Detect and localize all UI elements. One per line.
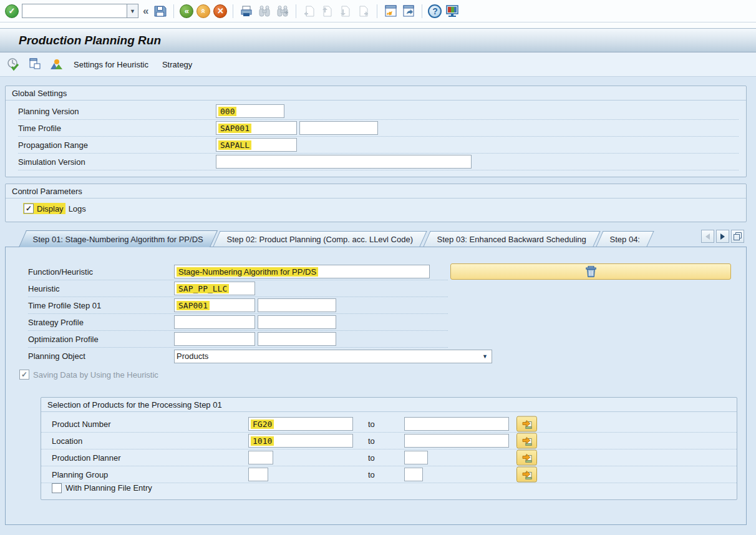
planning-object-label: Planning Object bbox=[28, 351, 174, 361]
simulation-version-label: Simulation Version bbox=[18, 157, 216, 167]
toolbar-separator bbox=[377, 4, 377, 18]
product-number-to-field[interactable] bbox=[404, 417, 509, 431]
planning-version-label: Planning Version bbox=[18, 107, 216, 116]
toolbar-gap bbox=[0, 22, 756, 28]
steps-tabstrip: Step 01: Stage-Numbering Algorithm for P… bbox=[5, 230, 747, 247]
saving-data-label: Saving Data by Using the Heuristic bbox=[33, 370, 158, 380]
optimization-profile-row: Optimization Profile bbox=[28, 331, 448, 348]
command-dropdown-icon[interactable]: ▼ bbox=[127, 4, 138, 18]
command-input[interactable] bbox=[22, 4, 127, 18]
application-toolbar: Settings for Heuristic Strategy bbox=[0, 52, 756, 77]
function-heuristic-label: Function/Heuristic bbox=[28, 267, 174, 277]
time-profile-description-field[interactable] bbox=[299, 121, 378, 135]
command-field: ▼ bbox=[22, 4, 138, 18]
selection-group: Selection of Products for the Processing… bbox=[41, 397, 737, 500]
location-row: Location 1010 to bbox=[41, 433, 737, 449]
location-to-field[interactable] bbox=[404, 434, 509, 448]
time-profile-row: Time Profile SAP001 bbox=[18, 120, 739, 137]
toolbar-separator bbox=[296, 4, 296, 18]
planning-group-from-field[interactable] bbox=[248, 468, 268, 481]
heuristic-row: Heuristic SAP_PP_LLC bbox=[28, 280, 448, 297]
planning-object-dropdown[interactable]: Products ▼ bbox=[174, 350, 492, 363]
tab-scroll-left-icon bbox=[701, 230, 714, 243]
optimization-profile-field[interactable] bbox=[174, 332, 255, 346]
execute-icon[interactable] bbox=[6, 57, 21, 72]
time-profile-step-description-field[interactable] bbox=[258, 298, 336, 312]
planning-version-field[interactable]: 000 bbox=[216, 104, 284, 118]
title-bar: Production Planning Run bbox=[0, 28, 756, 52]
location-multi-select-button[interactable] bbox=[516, 433, 537, 449]
next-page-icon bbox=[338, 4, 353, 19]
strategy-button[interactable]: Strategy bbox=[158, 58, 196, 71]
collapse-toolbar-icon[interactable]: « bbox=[142, 5, 150, 17]
tab-scroll-controls bbox=[701, 230, 744, 243]
tab-list-icon[interactable] bbox=[731, 230, 744, 243]
time-profile-label: Time Profile bbox=[18, 124, 216, 133]
toolbar-separator bbox=[173, 4, 174, 18]
tab-step-02[interactable]: Step 02: Product Planning (Comp. acc. LL… bbox=[213, 231, 428, 247]
strategy-profile-description-field[interactable] bbox=[258, 315, 336, 329]
planning-group-label: Planning Group bbox=[52, 470, 108, 479]
delete-step-button[interactable] bbox=[450, 263, 731, 280]
display-logs-label-rest: Logs bbox=[69, 204, 86, 214]
settings-for-heuristic-button[interactable]: Settings for Heuristic bbox=[70, 58, 152, 71]
selection-title: Selection of Products for the Processing… bbox=[41, 398, 737, 412]
previous-page-icon bbox=[320, 4, 335, 19]
page-title: Production Planning Run bbox=[19, 34, 161, 47]
main-content: Global Settings Planning Version 000 Tim… bbox=[0, 77, 756, 525]
product-number-multi-select-button[interactable] bbox=[516, 416, 537, 432]
production-planner-from-field[interactable] bbox=[248, 451, 273, 464]
planning-group-to-field[interactable] bbox=[404, 468, 423, 481]
saving-data-checkbox: ✓ bbox=[19, 370, 29, 380]
gui-settings-icon[interactable] bbox=[445, 4, 460, 19]
time-profile-field[interactable]: SAP001 bbox=[216, 121, 297, 135]
simulation-version-row: Simulation Version bbox=[18, 154, 739, 170]
tab-step-04[interactable]: Step 04: bbox=[596, 231, 654, 247]
production-planner-row: Production Planner to bbox=[41, 449, 737, 466]
multi-select-icon bbox=[522, 469, 532, 479]
first-page-icon bbox=[302, 4, 317, 19]
tab-scroll-right-icon[interactable] bbox=[716, 230, 729, 243]
save-icon[interactable] bbox=[153, 4, 168, 19]
strategy-profile-row: Strategy Profile bbox=[28, 314, 448, 331]
location-label: Location bbox=[52, 436, 82, 446]
help-icon[interactable]: ? bbox=[428, 4, 442, 18]
time-profile-step-label: Time Profile Step 01 bbox=[28, 301, 174, 310]
optimization-profile-label: Optimization Profile bbox=[28, 335, 174, 344]
to-label: to bbox=[368, 470, 375, 479]
propagation-range-field[interactable]: SAPALL bbox=[216, 138, 297, 152]
variants-icon[interactable] bbox=[49, 57, 64, 72]
strategy-profile-field[interactable] bbox=[174, 315, 255, 329]
propagation-range-row: Propagation Range SAPALL bbox=[18, 137, 739, 154]
display-logs-checkbox[interactable]: ✓ bbox=[24, 204, 34, 214]
create-shortcut-icon[interactable] bbox=[401, 4, 416, 19]
production-planner-to-field[interactable] bbox=[404, 451, 428, 464]
standard-toolbar: ✓ ▼ « « « ✕ ? bbox=[0, 0, 756, 22]
product-number-from-field[interactable]: FG20 bbox=[248, 417, 353, 431]
optimization-profile-description-field[interactable] bbox=[258, 332, 336, 346]
control-parameters-title: Control Parameters bbox=[6, 184, 746, 199]
tab-step-01[interactable]: Step 01: Stage-Numbering Algorithm for P… bbox=[19, 230, 218, 247]
planning-group-multi-select-button[interactable] bbox=[516, 467, 537, 483]
function-heuristic-field[interactable]: Stage-Numbering Algorithm for PP/DS bbox=[174, 265, 430, 278]
global-settings-title: Global Settings bbox=[6, 86, 746, 101]
simulation-version-field[interactable] bbox=[216, 155, 472, 169]
enter-ok-icon[interactable]: ✓ bbox=[5, 4, 19, 18]
tab-step-03[interactable]: Step 03: Enhanced Backward Scheduling bbox=[423, 231, 600, 247]
multi-select-icon bbox=[522, 419, 532, 429]
heuristic-field[interactable]: SAP_PP_LLC bbox=[174, 282, 255, 295]
exit-icon[interactable]: « bbox=[196, 4, 210, 18]
cancel-icon[interactable]: ✕ bbox=[213, 4, 227, 18]
copy-step-icon[interactable] bbox=[27, 57, 42, 72]
display-logs-highlight: ✓ Display bbox=[23, 203, 65, 214]
location-from-field[interactable]: 1010 bbox=[248, 434, 353, 448]
production-planner-multi-select-button[interactable] bbox=[516, 450, 537, 466]
print-icon[interactable] bbox=[239, 4, 254, 19]
control-parameters-group: Control Parameters ✓ Display Logs bbox=[5, 184, 747, 222]
find-next-icon[interactable] bbox=[275, 4, 290, 19]
back-icon[interactable]: « bbox=[180, 4, 193, 18]
planning-file-entry-checkbox[interactable] bbox=[52, 483, 62, 493]
new-session-icon[interactable] bbox=[383, 4, 398, 19]
time-profile-step-field[interactable]: SAP001 bbox=[174, 298, 255, 312]
find-icon[interactable] bbox=[257, 4, 272, 19]
